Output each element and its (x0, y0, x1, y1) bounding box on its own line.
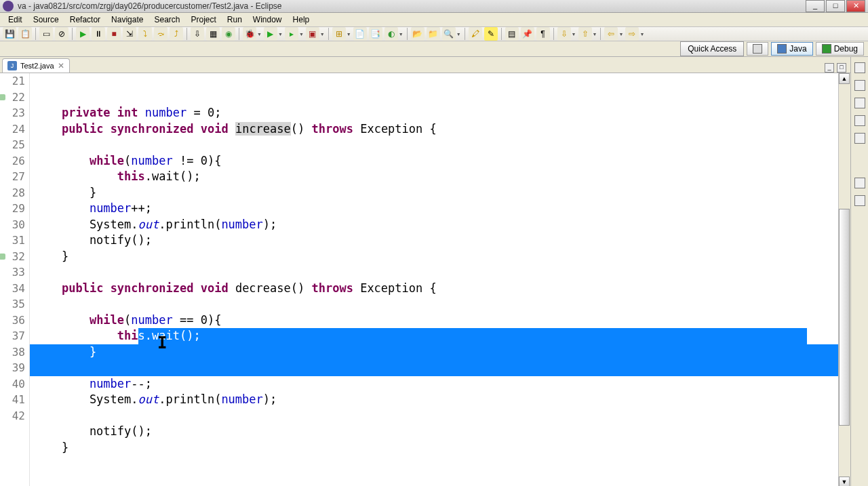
scroll-up-icon[interactable]: ▲ (839, 73, 850, 84)
type-hierarchy-icon[interactable] (854, 115, 865, 126)
resume-icon[interactable]: ▶ (76, 27, 90, 41)
tasks-icon[interactable]: 🖍 (469, 27, 482, 41)
menu-edit[interactable]: Edit (3, 13, 28, 26)
code-line[interactable]: while(number == 0){ (30, 312, 838, 329)
new-class-icon[interactable]: 📄 (353, 27, 367, 41)
code-area[interactable]: private int number = 0; public synchroni… (30, 73, 838, 486)
code-line[interactable]: } (30, 344, 838, 361)
code-line[interactable] (30, 360, 838, 376)
menu-search[interactable]: Search (149, 13, 185, 26)
code-line[interactable]: public synchronized void increase() thro… (30, 121, 838, 138)
code-line[interactable]: } (30, 249, 838, 265)
editor-tab-test2[interactable]: J Test2.java ✕ (2, 58, 70, 73)
new-type-icon[interactable]: 📑 (369, 27, 382, 41)
code-line[interactable]: notify(); (30, 424, 838, 440)
show-whitespace-icon[interactable]: ¶ (536, 27, 550, 41)
menu-refactor[interactable]: Refactor (64, 13, 106, 26)
code-line[interactable]: } (30, 440, 838, 456)
maximize-editor-icon[interactable]: □ (837, 63, 846, 73)
declaration-view-icon[interactable] (854, 133, 865, 144)
sync-view-icon[interactable] (854, 195, 865, 206)
vertical-scrollbar[interactable]: ▲ ▼ (838, 73, 850, 486)
save-all-icon[interactable]: 📋 (18, 27, 32, 41)
step-into-icon[interactable]: ⤵ (138, 27, 152, 41)
step-return-icon[interactable]: ⤴ (170, 27, 183, 41)
view-icon[interactable] (854, 62, 865, 73)
outline-view-icon[interactable] (854, 80, 865, 91)
disconnect-icon[interactable]: ⇲ (123, 27, 136, 41)
prev-annotation-icon[interactable]: ⇧ (578, 27, 592, 41)
new-package-icon[interactable]: ⊞ (332, 27, 346, 41)
debug-perspective-button[interactable]: Debug (816, 42, 864, 56)
team-view-icon[interactable] (854, 178, 865, 188)
code-line[interactable] (30, 408, 838, 424)
minimize-button[interactable]: _ (806, 0, 825, 12)
code-line[interactable] (30, 264, 838, 281)
maximize-button[interactable]: □ (826, 0, 845, 12)
menu-run[interactable]: Run (222, 13, 248, 26)
open-perspective-button[interactable] (747, 42, 768, 56)
stop-icon[interactable]: ■ (107, 27, 121, 41)
code-line[interactable]: number--; (30, 376, 838, 392)
code-line[interactable]: number++; (30, 201, 838, 217)
java-perspective-button[interactable]: Java (771, 42, 812, 56)
minimize-editor-icon[interactable]: _ (825, 63, 834, 73)
perspective-bar: Quick Access Java Debug (0, 41, 868, 57)
code-line[interactable]: private int number = 0; (30, 105, 838, 121)
open-resource-icon[interactable]: 📁 (427, 27, 440, 41)
menu-project[interactable]: Project (185, 13, 221, 26)
run-last-icon[interactable]: ▸ (285, 27, 298, 41)
perspective-switcher-icon (753, 44, 762, 54)
code-line[interactable]: System.out.println(number); (30, 392, 838, 408)
code-line[interactable]: while(number != 0){ (30, 153, 838, 169)
eclipse-icon (3, 1, 14, 12)
pause-icon[interactable]: ⏸ (92, 27, 105, 41)
forward-icon[interactable]: ⇨ (625, 27, 639, 41)
use-step-filters-icon[interactable]: ▦ (206, 27, 220, 41)
code-line[interactable]: System.out.println(number); (30, 217, 838, 233)
menu-window[interactable]: Window (248, 13, 288, 26)
code-line[interactable] (30, 296, 838, 312)
open-type-icon[interactable]: ◐ (384, 27, 398, 41)
mark-icon[interactable]: ✎ (484, 27, 498, 41)
code-line[interactable]: } (30, 185, 838, 201)
menu-source[interactable]: Source (28, 13, 64, 26)
debug-perspective-icon (822, 44, 831, 54)
open-task-icon[interactable]: 📂 (411, 27, 425, 41)
editor-tab-bar: J Test2.java ✕ _ □ (0, 57, 850, 73)
menu-help[interactable]: Help (288, 13, 315, 26)
quick-access-button[interactable]: Quick Access (680, 41, 744, 56)
step-over-icon[interactable]: ⤼ (154, 27, 167, 41)
code-line[interactable]: this.wait(); (30, 169, 838, 185)
window-title: va - java0821/src/com/zrgj/day026/produc… (18, 1, 806, 11)
code-line[interactable]: public synchronized void decrease() thro… (30, 281, 838, 297)
debug-icon[interactable]: 🐞 (243, 27, 256, 41)
drop-to-frame-icon[interactable]: ⇩ (191, 27, 204, 41)
back-icon[interactable]: ⇦ (604, 27, 618, 41)
code-line[interactable]: notify(); (30, 232, 838, 249)
code-line[interactable] (30, 137, 838, 153)
coverage-icon[interactable]: ◉ (222, 27, 235, 41)
tab-label: Test2.java (20, 62, 54, 70)
pin-icon[interactable]: 📌 (521, 27, 534, 41)
task-view-icon[interactable] (854, 98, 865, 108)
save-icon[interactable]: 💾 (3, 27, 16, 41)
right-trim-bar (850, 57, 868, 486)
java-file-icon: J (7, 61, 17, 70)
next-annotation-icon[interactable]: ⇩ (557, 27, 571, 41)
code-editor[interactable]: 2122232425262728293031323334353637383940… (0, 73, 850, 486)
java-perspective-icon (777, 44, 787, 54)
external-tools-icon[interactable]: ▣ (306, 27, 319, 41)
toggle-breadcrumb-icon[interactable]: ▭ (39, 27, 53, 41)
scroll-down-icon[interactable]: ▼ (839, 477, 850, 486)
search-icon[interactable]: 🔍 (442, 27, 456, 41)
close-button[interactable]: ✕ (846, 0, 865, 12)
menu-navigate[interactable]: Navigate (106, 13, 149, 26)
menu-bar: EditSourceRefactorNavigateSearchProjectR… (0, 13, 868, 27)
run-icon[interactable]: ▶ (264, 27, 277, 41)
toggle-word-wrap-icon[interactable]: ▤ (505, 27, 519, 41)
close-tab-icon[interactable]: ✕ (58, 61, 64, 70)
code-line[interactable]: this.wait(); (30, 328, 838, 344)
skip-breakpoints-icon[interactable]: ⊘ (55, 27, 68, 41)
scroll-thumb[interactable] (839, 209, 850, 426)
